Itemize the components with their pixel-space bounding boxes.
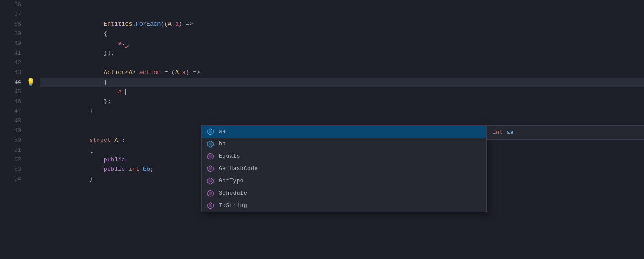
line-num-42: 42 (4, 58, 21, 68)
code-token: > (132, 69, 139, 76)
info-type: int (492, 129, 503, 136)
code-token (172, 21, 175, 27)
line-num-44: 44 (4, 78, 21, 87)
autocomplete-label-tostring: ToString (219, 200, 247, 212)
svg-marker-3 (209, 142, 212, 146)
code-token: (( (161, 21, 168, 27)
code-line-36 (40, 0, 644, 10)
code-token (111, 137, 114, 144)
method-icon-tostring (205, 201, 215, 211)
code-token: Action (104, 69, 125, 76)
code-token (61, 137, 90, 144)
autocomplete-label-schedule: Schedule (219, 187, 247, 200)
code-token: }); (61, 50, 115, 56)
method-icon-equals (205, 152, 215, 161)
line-num-49: 49 (4, 126, 21, 136)
method-icon-gettype (205, 176, 215, 186)
code-token: = ( (161, 69, 175, 76)
svg-marker-1 (209, 130, 212, 133)
svg-marker-5 (209, 155, 212, 158)
code-line-42: Action<A> action = (A a) => (40, 58, 644, 68)
line-num-47: 47 (4, 107, 21, 116)
lightbulb-icon[interactable]: 💡 (26, 78, 35, 87)
code-token: struct (89, 137, 111, 144)
code-token: Entities (61, 21, 132, 27)
line-num-36: 36 (4, 0, 21, 10)
code-token: bb (143, 166, 150, 173)
code-token (179, 69, 182, 76)
autocomplete-item-tostring[interactable]: ToString (202, 200, 486, 212)
code-token: { (61, 147, 93, 153)
info-panel: int aa (487, 125, 644, 140)
text-cursor (125, 89, 126, 95)
autocomplete-label-gettype: GetType (219, 175, 244, 187)
code-token: . (132, 21, 136, 27)
line-num-40: 40 (4, 39, 21, 48)
code-token: ) => (179, 21, 193, 27)
line-num-48: 48 (4, 116, 21, 126)
code-line-47 (40, 107, 644, 116)
code-token: public (104, 156, 125, 163)
autocomplete-label-equals: Equals (219, 150, 240, 163)
code-line-46: } (40, 97, 644, 107)
code-token: a (182, 69, 186, 76)
line-num-53: 53 (4, 165, 21, 174)
code-token: }; (61, 98, 111, 105)
svg-marker-11 (209, 192, 212, 195)
line-num-43: 43 (4, 68, 21, 78)
line-num-37: 37 (4, 10, 21, 19)
code-token (61, 69, 104, 76)
code-line-39: a. (40, 29, 644, 39)
code-line-44: a. (40, 78, 644, 87)
code-line-48 (40, 116, 644, 126)
code-token (61, 40, 118, 47)
autocomplete-label-bb: bb (219, 138, 226, 150)
code-token: A (175, 69, 179, 76)
autocomplete-item-schedule[interactable]: Schedule (202, 187, 486, 200)
line-num-54: 54 (4, 174, 21, 184)
code-line-45: }; (40, 87, 644, 97)
code-token: { (61, 30, 107, 37)
autocomplete-item-bb[interactable]: bb (202, 138, 486, 150)
svg-marker-9 (209, 179, 212, 183)
code-token: ; (150, 166, 154, 173)
method-icon-gethashcode (205, 164, 215, 174)
code-token (61, 166, 104, 173)
field-icon-bb (205, 139, 215, 149)
code-token: public (104, 166, 125, 173)
line-num-39: 39 (4, 29, 21, 39)
line-num-41: 41 (4, 48, 21, 58)
autocomplete-label-gethashcode: GetHashCode (219, 163, 258, 175)
info-name: aa (506, 129, 513, 136)
autocomplete-item-gethashcode[interactable]: GetHashCode (202, 163, 486, 175)
code-token: a (175, 21, 179, 27)
autocomplete-item-gettype[interactable]: GetType (202, 175, 486, 187)
code-token (61, 156, 104, 163)
line-num-46: 46 (4, 97, 21, 107)
gutter: 💡 (26, 0, 36, 259)
code-line-41 (40, 48, 644, 58)
code-token: : (118, 137, 125, 144)
autocomplete-item-aa[interactable]: aa (202, 126, 486, 138)
autocomplete-item-equals[interactable]: Equals (202, 150, 486, 163)
svg-marker-13 (209, 204, 212, 207)
field-icon-aa (205, 127, 215, 137)
code-area[interactable]: Entities.ForEach((A a) => { a. }); Actio… (36, 0, 644, 259)
autocomplete-dropdown[interactable]: aa bb Equa (201, 125, 487, 212)
line-num-45: 45 (4, 87, 21, 97)
code-token: } (61, 176, 93, 182)
line-num-51: 51 (4, 145, 21, 155)
line-num-52: 52 (4, 155, 21, 165)
code-token: int (129, 166, 139, 173)
code-token: ) => (186, 69, 200, 76)
code-line-37: Entities.ForEach((A a) => (40, 10, 644, 19)
svg-marker-7 (209, 167, 212, 170)
autocomplete-label-aa: aa (219, 126, 226, 138)
code-token: } (61, 108, 93, 115)
code-token (125, 166, 128, 173)
method-icon-schedule (205, 189, 215, 198)
code-token (125, 40, 128, 47)
code-token: ForEach (136, 21, 161, 27)
code-line-40: }); (40, 39, 644, 48)
code-token (61, 89, 118, 95)
